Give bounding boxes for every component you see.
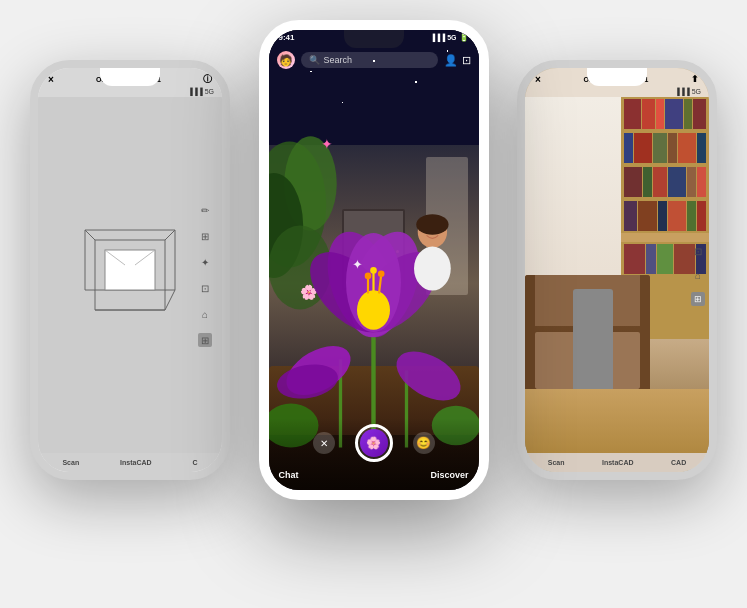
book-r6 [678, 133, 696, 163]
shutter-inner: 🌸 [360, 429, 388, 457]
tab-c-left[interactable]: C [192, 459, 197, 466]
tab-instacad-left[interactable]: InstaCAD [120, 459, 152, 466]
tool-square[interactable]: ⊞ [198, 229, 212, 243]
book-nb [658, 201, 667, 231]
time-center: 9:41 [279, 33, 295, 42]
right-bottom-bar: Scan InstaCAD CAD [525, 453, 709, 472]
tool-home[interactable]: ⌂ [198, 307, 212, 321]
room-sketch [70, 220, 190, 330]
tool-grid-right[interactable]: ⊞ [691, 292, 705, 306]
avatar-center[interactable]: 🧑 [277, 51, 295, 69]
svg-point-28 [416, 214, 448, 235]
tool-star[interactable]: ✦ [198, 255, 212, 269]
center-phone-screen: ✦ 🌸 [269, 30, 479, 490]
signal-bars-center: ▐▐▐ [430, 34, 445, 41]
5g-center: 5G [447, 34, 456, 41]
book-r10 [668, 201, 686, 231]
discover-label[interactable]: Discover [430, 470, 468, 480]
shutter-button[interactable]: 🌸 [355, 424, 393, 462]
book-br2 [687, 167, 696, 197]
notch-right [587, 68, 647, 86]
book-p [624, 201, 638, 231]
person-svg [403, 177, 462, 338]
tool-grid[interactable]: ⊡ [198, 281, 212, 295]
book-r9 [697, 167, 706, 197]
tab-scan-right[interactable]: Scan [548, 459, 565, 466]
book-g3 [643, 167, 652, 197]
close-btn-right[interactable]: × [535, 74, 541, 85]
room-photo-right: ⊡ ⌂ ⊞ [525, 97, 709, 453]
book-r2 [642, 99, 655, 129]
book-g [684, 99, 693, 129]
phone-right: × Oct 13, 2020 at 9:41 ⬆ ▐▐▐ 5G [517, 60, 717, 480]
signal-center: ▐▐▐ 5G 🔋 [430, 33, 468, 42]
book-r12 [624, 244, 645, 274]
svg-point-23 [388, 341, 469, 410]
book-b4 [668, 167, 686, 197]
phone-center: ✦ 🌸 [259, 20, 489, 500]
book-g5 [657, 244, 673, 274]
tab-scan-left[interactable]: Scan [62, 459, 79, 466]
sketch-area: ✏ ⊞ ✦ ⊡ ⌂ ⊞ [38, 97, 222, 453]
svg-point-19 [370, 267, 377, 274]
book-row-4 [621, 199, 709, 233]
center-status-row: 9:41 ▐▐▐ 5G 🔋 [269, 33, 479, 42]
right-toolbar: ⊡ ⌂ ⊞ [691, 244, 705, 306]
side-chair [573, 289, 613, 389]
close-btn-center[interactable]: ✕ [313, 432, 335, 454]
tool-scan-right[interactable]: ⊡ [691, 244, 705, 258]
search-bar-center[interactable]: 🔍 Search [301, 52, 438, 68]
book-g2 [653, 133, 667, 163]
add-friend-icon[interactable]: 👤 [444, 54, 458, 67]
notch-left [100, 68, 160, 86]
book-br [668, 133, 677, 163]
floor-right [525, 389, 709, 453]
book-b [665, 99, 682, 129]
left-phone-screen: × Oct 13, 2020 at 9:41 ⓘ ▐▐▐ 5G [38, 68, 222, 472]
person-ar [403, 177, 462, 338]
book-r7 [624, 167, 642, 197]
center-header: 🧑 🔍 Search 👤 ⊡ [269, 48, 479, 72]
flower-emoji-shutter: 🌸 [366, 436, 381, 450]
battery-center: 🔋 [459, 33, 469, 42]
signal-right: ▐▐▐ 5G [675, 88, 701, 95]
signal-row-left: ▐▐▐ 5G [38, 88, 222, 97]
sparkle-pink: ✦ [321, 136, 333, 152]
book-row-2 [621, 131, 709, 165]
search-label: Search [324, 55, 353, 65]
svg-text:✦: ✦ [352, 258, 363, 273]
book-r5 [634, 133, 652, 163]
book-br3 [638, 201, 656, 231]
emoji-btn[interactable]: 😊 [413, 432, 435, 454]
book-r [624, 99, 641, 129]
book-b2 [624, 133, 633, 163]
right-phone-screen: × Oct 13, 2020 at 9:41 ⬆ ▐▐▐ 5G [525, 68, 709, 472]
tab-cad-right[interactable]: CAD [671, 459, 686, 466]
svg-point-14 [357, 290, 390, 330]
tool-layout[interactable]: ⊞ [198, 333, 212, 347]
info-left: ⓘ [203, 73, 212, 86]
book-r11 [697, 201, 706, 231]
svg-point-30 [414, 247, 451, 291]
center-nav-bar: Chat Discover [279, 470, 469, 480]
svg-point-20 [378, 271, 385, 278]
shelf-divider [621, 233, 709, 243]
share-right[interactable]: ⬆ [691, 74, 699, 84]
close-btn-left[interactable]: × [48, 74, 54, 85]
tool-home-right[interactable]: ⌂ [691, 268, 705, 282]
book-r4 [693, 99, 706, 129]
signal-left: ▐▐▐ 5G [188, 88, 214, 95]
tool-pencil[interactable]: ✏ [198, 203, 212, 217]
book-r8 [653, 167, 667, 197]
book-row-3 [621, 165, 709, 199]
tab-instacad-right[interactable]: InstaCAD [602, 459, 634, 466]
left-toolbar: ✏ ⊞ ✦ ⊡ ⌂ ⊞ [194, 193, 216, 357]
book-b5 [646, 244, 656, 274]
left-bottom-bar: Scan InstaCAD C [38, 453, 222, 472]
svg-point-18 [365, 273, 372, 280]
scan-icon-center[interactable]: ⊡ [462, 54, 471, 67]
center-controls: ✕ 🌸 😊 Chat Discover [269, 418, 479, 490]
chat-label[interactable]: Chat [279, 470, 299, 480]
search-icon-center: 🔍 [309, 55, 320, 65]
sofa-arm-left [525, 275, 535, 389]
